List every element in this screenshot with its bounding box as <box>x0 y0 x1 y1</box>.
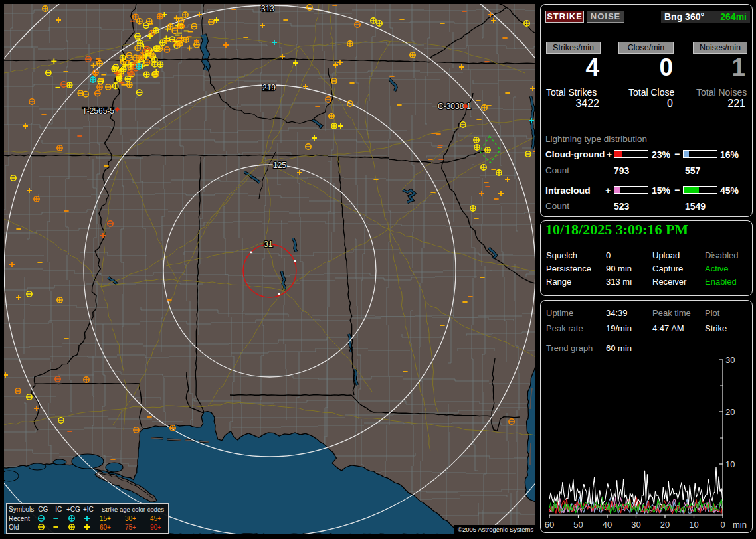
svg-text:45+: 45+ <box>150 515 161 522</box>
svg-text:Strike age color codes: Strike age color codes <box>102 506 164 513</box>
svg-text:60+: 60+ <box>100 524 111 531</box>
svg-text:+CG: +CG <box>66 506 80 513</box>
svg-text:-CG: -CG <box>36 506 48 513</box>
svg-text:31: 31 <box>264 240 273 249</box>
svg-text:313: 313 <box>261 4 274 13</box>
svg-text:©2005 Astrogenic Systems: ©2005 Astrogenic Systems <box>458 526 533 533</box>
svg-text:Recent: Recent <box>9 515 30 522</box>
svg-text:-IC: -IC <box>53 506 62 513</box>
svg-text:30+: 30+ <box>125 515 136 522</box>
svg-text:90+: 90+ <box>150 524 161 531</box>
svg-text:125: 125 <box>273 161 286 170</box>
svg-text:+IC: +IC <box>83 506 94 513</box>
svg-text:T-2565-5: T-2565-5 <box>82 106 114 116</box>
svg-text:15+: 15+ <box>100 515 111 522</box>
svg-text:75+: 75+ <box>125 524 136 531</box>
svg-text:219: 219 <box>262 83 276 92</box>
svg-text:Symbols: Symbols <box>9 506 34 513</box>
svg-text:Old: Old <box>9 524 19 531</box>
